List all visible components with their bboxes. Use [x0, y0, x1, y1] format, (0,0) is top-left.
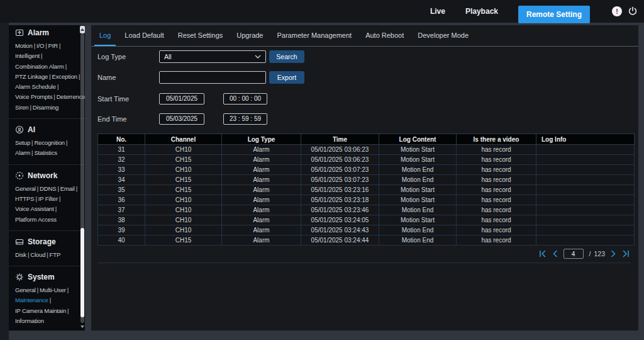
sidebar-item-general[interactable]: General	[15, 286, 36, 293]
table-cell: CH10	[145, 225, 222, 235]
sidebar-item-ftp[interactable]: FTP	[50, 251, 61, 258]
table-cell: Alarm	[222, 225, 301, 235]
table-row[interactable]: 33CH10Alarm05/01/2025 03:07:23Motion End…	[98, 165, 635, 175]
sidebar-item-ip-camera-maintain[interactable]: IP Camera Maintain	[15, 307, 66, 314]
end-time-label: End Time	[97, 113, 126, 125]
section-header-ai[interactable]: AI	[9, 123, 85, 138]
col-header-logcontent: Log Content	[379, 134, 457, 145]
section-header-system[interactable]: System	[9, 271, 85, 285]
tab-parameter-management[interactable]: Parameter Management	[270, 25, 359, 46]
table-cell	[536, 145, 635, 155]
table-cell	[536, 185, 635, 195]
sidebar-item-alarm[interactable]: Alarm	[15, 149, 30, 156]
sidebar-item-ptz-linkage[interactable]: PTZ Linkage	[15, 73, 48, 80]
sidebar-section-network: NetworkGeneral|DDNS|Email|HTTPS|IP Filte…	[9, 164, 85, 230]
sidebar-item-https[interactable]: HTTPS	[15, 195, 34, 202]
topbar-icons: !	[612, 6, 638, 16]
sidebar-item-alarm-schedule[interactable]: Alarm Schedule	[15, 83, 56, 90]
end-date-input[interactable]: 05/03/2025	[159, 113, 204, 125]
tab-developer-mode[interactable]: Developer Mode	[411, 25, 475, 46]
table-row[interactable]: 37CH10Alarm05/01/2025 03:23:46Motion End…	[98, 205, 635, 215]
sidebar-item-i-o[interactable]: I/O	[36, 42, 44, 49]
last-page-icon[interactable]	[622, 250, 630, 258]
sidebar-item-platform-access[interactable]: Platform Access	[15, 216, 57, 223]
table-row[interactable]: 36CH10Alarm05/01/2025 03:23:18Motion Sta…	[98, 195, 635, 205]
sidebar-item-information[interactable]: Information	[15, 317, 44, 324]
scroll-up-icon[interactable]	[80, 26, 85, 33]
start-date-input[interactable]: 05/01/2025	[159, 93, 204, 105]
ai-icon	[15, 125, 24, 134]
search-button[interactable]: Search	[269, 50, 304, 63]
sidebar-item-general[interactable]: General	[15, 185, 36, 192]
table-cell: Motion End	[379, 235, 457, 246]
network-icon	[15, 171, 24, 180]
table-cell: Alarm	[222, 235, 301, 246]
sidebar-item-disk[interactable]: Disk	[15, 251, 26, 258]
log-type-value: All	[164, 53, 172, 60]
table-row[interactable]: 38CH10Alarm05/01/2025 03:24:05Motion Sta…	[98, 215, 635, 225]
log-table: No. Channel Log Type Time Log Content Is…	[97, 133, 635, 246]
section-header-network[interactable]: Network	[9, 169, 85, 184]
sidebar-item-voice-prompts[interactable]: Voice Prompts	[15, 93, 52, 100]
tab-auto-reboot[interactable]: Auto Reboot	[358, 25, 411, 46]
log-type-select[interactable]: All	[159, 50, 266, 63]
section-header-storage[interactable]: Storage	[9, 235, 85, 250]
table-cell: Motion End	[379, 205, 457, 215]
table-cell: 05/01/2025 03:23:18	[301, 195, 379, 205]
table-row[interactable]: 31CH10Alarm05/01/2025 03:06:23Motion Sta…	[98, 145, 635, 155]
nav-remote-setting[interactable]: Remote Setting	[518, 6, 590, 23]
table-row[interactable]: 35CH15Alarm05/01/2025 03:23:16Motion Sta…	[98, 185, 635, 195]
table-cell: CH15	[145, 185, 222, 195]
sidebar-item-multi-user[interactable]: Multi-User	[40, 286, 66, 293]
tab-load-default[interactable]: Load Default	[118, 25, 170, 46]
start-time-label: Start Time	[97, 93, 129, 105]
power-icon[interactable]	[628, 6, 638, 16]
tab-log[interactable]: Log	[92, 25, 118, 46]
sidebar-item-intelligent[interactable]: Intelligent	[15, 52, 40, 59]
nav-live[interactable]: Live	[430, 7, 445, 16]
start-time-input[interactable]: 00 : 00 : 00	[223, 93, 267, 105]
sidebar-item-siren[interactable]: Siren	[15, 104, 28, 111]
name-input[interactable]	[159, 71, 266, 84]
table-cell: 05/01/2025 03:23:16	[301, 185, 379, 195]
tab-upgrade[interactable]: Upgrade	[230, 25, 270, 46]
table-row[interactable]: 40CH15Alarm05/01/2025 03:24:44Motion End…	[98, 235, 635, 246]
sidebar-item-email[interactable]: Email	[60, 185, 75, 192]
sidebar-line: General|Multi-User|	[9, 285, 85, 295]
sidebar-item-setup[interactable]: Setup	[15, 139, 30, 146]
page-input[interactable]	[564, 249, 584, 259]
end-time-input[interactable]: 23 : 59 : 59	[223, 113, 267, 125]
table-cell: Motion Start	[379, 195, 457, 205]
sidebar-item-recognition[interactable]: Recognition	[34, 139, 65, 146]
sidebar-item-exception[interactable]: Exception	[52, 73, 77, 80]
sidebar-item-statistics[interactable]: Statistics	[34, 149, 57, 156]
sidebar-item-maintenance[interactable]: Maintenance	[15, 297, 48, 303]
alert-icon[interactable]: !	[612, 6, 622, 16]
sidebar-item-combination-alarm[interactable]: Combination Alarm	[15, 63, 64, 70]
sidebar-item-pir[interactable]: PIR	[48, 42, 58, 49]
nav-playback[interactable]: Playback	[465, 7, 498, 16]
sidebar-item-motion[interactable]: Motion	[15, 42, 33, 49]
sidebar-item-cloud[interactable]: Cloud	[30, 251, 45, 258]
sidebar-item-voice-assistant[interactable]: Voice Assistant	[15, 205, 54, 212]
sidebar-scrollbar[interactable]	[80, 25, 85, 331]
table-row[interactable]: 32CH15Alarm05/01/2025 03:06:23Motion Sta…	[98, 155, 635, 165]
first-page-icon[interactable]	[539, 250, 547, 258]
export-button[interactable]: Export	[269, 71, 304, 84]
tab-reset-settings[interactable]: Reset Settings	[171, 25, 230, 46]
table-row[interactable]: 34CH15Alarm05/01/2025 03:07:23Motion End…	[98, 175, 635, 185]
separator: |	[76, 185, 77, 192]
section-header-alarm[interactable]: Alarm	[9, 26, 85, 41]
sidebar-line: General|DDNS|Email|	[9, 184, 85, 194]
next-page-icon[interactable]	[611, 250, 616, 258]
section-title-storage: Storage	[28, 237, 56, 246]
table-cell	[536, 175, 635, 185]
sidebar-item-ip-filter[interactable]: IP Filter	[38, 195, 58, 202]
scrollbar-thumb[interactable]	[80, 228, 84, 317]
scroll-down-icon[interactable]	[80, 324, 85, 329]
prev-page-icon[interactable]	[552, 250, 558, 258]
sidebar-item-ddns[interactable]: DDNS	[40, 185, 56, 192]
table-row[interactable]: 39CH10Alarm05/01/2025 03:24:43Motion End…	[98, 225, 635, 235]
table-cell: has record	[457, 215, 536, 225]
sidebar-item-disarming[interactable]: Disarming	[33, 104, 58, 111]
